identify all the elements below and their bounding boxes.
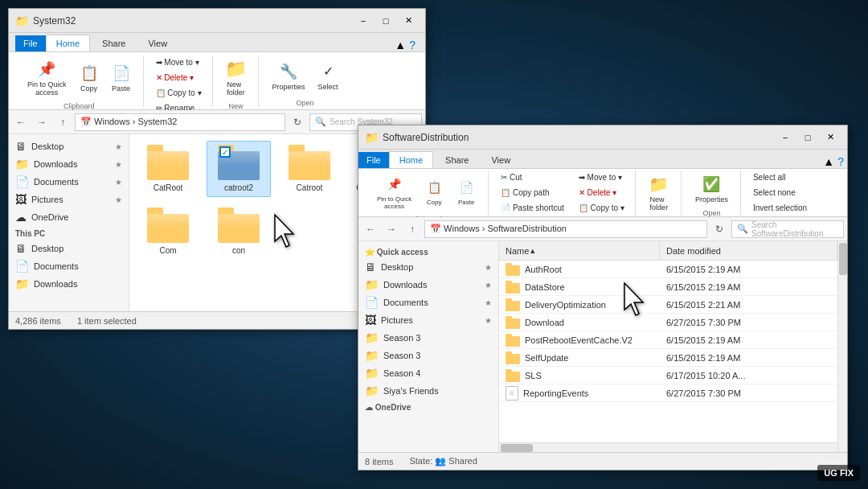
- maximize-button[interactable]: □: [375, 13, 396, 29]
- sidebar-item-documents2[interactable]: 📄 Documents: [9, 257, 129, 275]
- sidebar-item-pictures[interactable]: 🖼 Pictures ★: [9, 191, 129, 208]
- ribbon-group-clipboard: 📌 Pin to Quickaccess 📋 Copy 📄 Paste Clip…: [15, 55, 144, 107]
- sidebar-item-season3a[interactable]: 📁 Season 3: [358, 329, 498, 347]
- paste-shortcut-button[interactable]: 📄 Paste shortcut: [497, 201, 568, 215]
- minimize-button[interactable]: −: [353, 13, 374, 29]
- maximize-button2[interactable]: □: [797, 129, 818, 146]
- refresh-button2[interactable]: ↻: [710, 220, 728, 238]
- up-button[interactable]: ↑: [54, 113, 72, 131]
- breadcrumb2[interactable]: 📅 Windows › SoftwareDistribution: [424, 220, 707, 238]
- move-to-button2[interactable]: ➡ Move to ▾: [575, 171, 628, 184]
- tab-view2[interactable]: View: [481, 151, 521, 168]
- list-item-selfupdate[interactable]: SelfUpdate 6/15/2015 2:19 AM: [499, 349, 837, 367]
- selfupdate-label: SelfUpdate: [525, 353, 568, 363]
- downloads-icon: 📁: [15, 158, 29, 171]
- copy-icon2: 📋: [424, 178, 444, 197]
- list-item-reportingevents[interactable]: ReportingEvents 6/27/2015 7:30 PM: [499, 384, 837, 402]
- help-btn[interactable]: ?: [409, 39, 416, 51]
- properties-button2[interactable]: ✅ Properties: [690, 171, 734, 208]
- close-button2[interactable]: ✕: [820, 129, 841, 146]
- search-box2[interactable]: 🔍 Search SoftwareDistribution: [731, 220, 844, 238]
- paste-icon2: 📄: [457, 178, 476, 197]
- minimize-button2[interactable]: −: [775, 129, 796, 146]
- ribbon-collapse-btn2[interactable]: ▲: [823, 155, 834, 168]
- scrollbar-vertical[interactable]: [837, 241, 847, 452]
- ribbon-collapse-btn[interactable]: ▲: [395, 39, 406, 51]
- file-item-com[interactable]: Com: [136, 203, 200, 260]
- select-button[interactable]: ✓ Select: [313, 58, 344, 95]
- file-item-con[interactable]: con: [207, 203, 271, 260]
- refresh-button[interactable]: ↻: [289, 113, 306, 131]
- sidebar-item-season4[interactable]: 📁 Season 4: [358, 364, 498, 382]
- pin-qa-button2[interactable]: 📌 Pin to Quickaccess: [371, 171, 417, 214]
- delete-button2[interactable]: ✕ Delete ▾: [575, 186, 628, 199]
- tab-view[interactable]: View: [137, 35, 178, 51]
- forward-button2[interactable]: →: [383, 220, 400, 238]
- pin-to-quick-access-button[interactable]: 📌 Pin to Quickaccess: [22, 55, 72, 101]
- sidebar-item-desktop[interactable]: 🖥 Desktop ★: [9, 138, 129, 155]
- select-all-button[interactable]: Select all: [749, 171, 811, 184]
- sidebar-item-documents[interactable]: 📄 Documents ★: [9, 173, 129, 191]
- list-item-datastore[interactable]: DataStore 6/15/2015 2:19 AM: [499, 278, 837, 296]
- back-button[interactable]: ←: [12, 113, 30, 131]
- item-count: 4,286 items: [15, 316, 61, 326]
- list-item-download[interactable]: Download 6/27/2015 7:30 PM: [499, 314, 837, 331]
- forward-button[interactable]: →: [33, 113, 51, 131]
- copy-to-button2[interactable]: 📋 Copy to ▾: [575, 201, 628, 215]
- list-item-postreboot[interactable]: PostRebootEventCache.V2 6/15/2015 2:19 A…: [499, 331, 837, 349]
- new-folder-button[interactable]: 📁 Newfolder: [221, 55, 252, 101]
- move-to-button[interactable]: ➡ Move to ▾: [152, 55, 206, 69]
- sidebar-item-pictures3[interactable]: 🖼 Pictures ★: [358, 311, 498, 329]
- back-button2[interactable]: ←: [362, 220, 379, 238]
- sidebar-item-documents3[interactable]: 📄 Documents ★: [358, 294, 498, 311]
- scrollbar-horizontal[interactable]: [499, 442, 837, 452]
- file-item-catroot2[interactable]: catroot2: [207, 141, 271, 197]
- list-item-deliveryopt[interactable]: DeliveryOptimization 6/15/2015 2:21 AM: [499, 296, 837, 314]
- breadcrumb[interactable]: 📅 Windows › System32: [75, 113, 285, 131]
- properties-button[interactable]: 🔧 Properties: [267, 58, 311, 95]
- sidebar-item-onedrive[interactable]: ☁ OneDrive: [9, 208, 129, 226]
- tab-file[interactable]: File: [15, 35, 46, 51]
- new-folder-button2[interactable]: 📁 Newfolder: [644, 171, 674, 216]
- pin-indicator-doc3: ★: [485, 298, 492, 307]
- copy-button[interactable]: 📋 Copy: [74, 60, 104, 97]
- col-date[interactable]: Date modified: [660, 241, 837, 260]
- invert-selection-button[interactable]: Invert selection: [749, 201, 811, 215]
- sidebar-item-downloads[interactable]: 📁 Downloads ★: [9, 155, 129, 173]
- sidebar-item-desktop3[interactable]: 🖥 Desktop ★: [358, 258, 498, 276]
- window-softwaredistribution: 📁 SoftwareDistribution − □ ✕ File Home S…: [358, 125, 848, 471]
- ribbon-group-new: 📁 Newfolder New: [215, 55, 259, 107]
- sidebar-item-downloads3[interactable]: 📁 Downloads ★: [358, 276, 498, 294]
- tab-home[interactable]: Home: [46, 35, 90, 51]
- paste-button[interactable]: 📄 Paste: [106, 60, 137, 97]
- tab-share[interactable]: Share: [92, 35, 136, 51]
- sidebar-item-season3b[interactable]: 📁 Season 3: [358, 347, 498, 364]
- close-button[interactable]: ✕: [398, 13, 419, 29]
- tab-share2[interactable]: Share: [435, 151, 479, 168]
- file-item-catroot[interactable]: CatRoot: [136, 141, 200, 197]
- paste-button2[interactable]: 📄 Paste: [451, 174, 481, 210]
- copy-path-button[interactable]: 📋 Copy path: [497, 186, 568, 199]
- selection-checkbox: [219, 146, 231, 158]
- tab-home2[interactable]: Home: [389, 151, 433, 168]
- scrollbar-h-thumb[interactable]: [501, 444, 533, 452]
- col-name[interactable]: Name ▲: [499, 241, 660, 260]
- delete-button[interactable]: ✕ Delete ▾: [152, 71, 206, 84]
- list-item-sls[interactable]: SLS 6/17/2015 10:20 A...: [499, 367, 837, 384]
- select-none-button[interactable]: Select none: [749, 186, 811, 199]
- scrollbar-v-thumb[interactable]: [839, 243, 847, 275]
- up-button2[interactable]: ↑: [403, 220, 421, 238]
- tab-file2[interactable]: File: [358, 152, 389, 168]
- copy-button2[interactable]: 📋 Copy: [419, 174, 449, 210]
- desktop3-icon: 🖥: [365, 261, 376, 273]
- sidebar-item-desktop2[interactable]: 🖥 Desktop: [9, 240, 129, 257]
- sidebar-item-siyas-friends[interactable]: 📁 Siya's Friends: [358, 382, 498, 400]
- list-item-authroot[interactable]: AuthRoot 6/15/2015 2:19 AM: [499, 261, 837, 278]
- cut-button[interactable]: ✂ Cut: [497, 171, 568, 184]
- pin-indicator: ★: [115, 142, 122, 151]
- sls-date: 6/17/2015 10:20 A...: [660, 367, 837, 384]
- file-item-catroot3[interactable]: Catroot: [277, 141, 342, 197]
- copy-to-button[interactable]: 📋 Copy to ▾: [152, 86, 206, 100]
- help-btn2[interactable]: ?: [837, 155, 844, 168]
- sidebar-item-downloads2[interactable]: 📁 Downloads: [9, 275, 129, 293]
